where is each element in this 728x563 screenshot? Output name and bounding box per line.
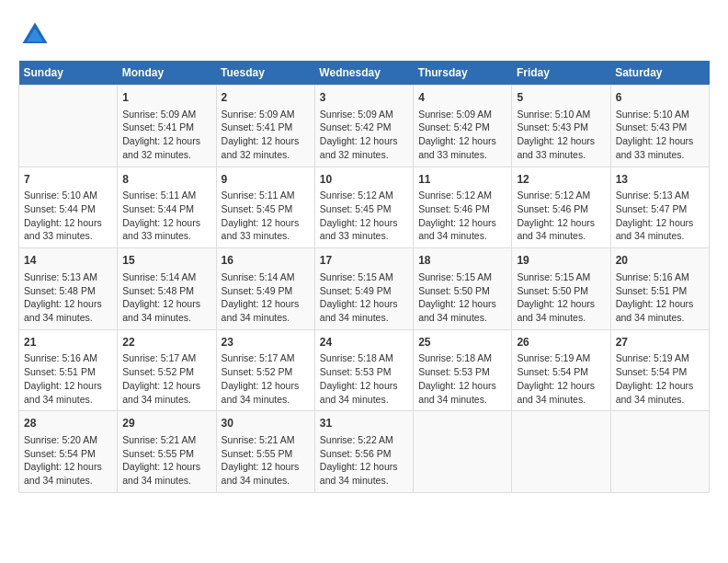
calendar-cell	[512, 411, 610, 493]
day-info: Sunrise: 5:21 AM Sunset: 5:55 PM Dayligh…	[122, 433, 210, 488]
day-info: Sunrise: 5:12 AM Sunset: 5:46 PM Dayligh…	[517, 189, 605, 243]
day-number: 8	[122, 172, 210, 188]
calendar-cell	[19, 86, 118, 167]
day-info: Sunrise: 5:14 AM Sunset: 5:49 PM Dayligh…	[222, 270, 310, 325]
calendar-cell: 11Sunrise: 5:12 AM Sunset: 5:46 PM Dayli…	[414, 167, 512, 248]
day-number: 2	[222, 90, 310, 106]
calendar-cell: 30Sunrise: 5:21 AM Sunset: 5:55 PM Dayli…	[216, 411, 314, 493]
calendar-cell: 25Sunrise: 5:18 AM Sunset: 5:53 PM Dayli…	[414, 329, 512, 411]
day-number: 16	[222, 253, 310, 269]
day-number: 23	[222, 335, 310, 350]
day-number: 12	[517, 172, 605, 188]
day-info: Sunrise: 5:11 AM Sunset: 5:45 PM Dayligh…	[222, 189, 310, 243]
day-info: Sunrise: 5:19 AM Sunset: 5:54 PM Dayligh…	[517, 351, 605, 406]
day-info: Sunrise: 5:13 AM Sunset: 5:47 PM Dayligh…	[616, 189, 704, 243]
calendar-cell: 18Sunrise: 5:15 AM Sunset: 5:50 PM Dayli…	[414, 248, 512, 330]
calendar-cell: 28Sunrise: 5:20 AM Sunset: 5:54 PM Dayli…	[19, 411, 118, 493]
calendar-cell: 3Sunrise: 5:09 AM Sunset: 5:42 PM Daylig…	[314, 86, 413, 167]
calendar-cell: 1Sunrise: 5:09 AM Sunset: 5:41 PM Daylig…	[118, 86, 216, 167]
day-number: 18	[418, 253, 506, 269]
calendar-week-0: 1Sunrise: 5:09 AM Sunset: 5:41 PM Daylig…	[19, 86, 710, 167]
day-info: Sunrise: 5:22 AM Sunset: 5:56 PM Dayligh…	[320, 433, 408, 488]
day-number: 6	[616, 90, 704, 106]
day-info: Sunrise: 5:16 AM Sunset: 5:51 PM Dayligh…	[616, 270, 704, 325]
day-number: 25	[418, 335, 506, 350]
calendar-cell: 7Sunrise: 5:10 AM Sunset: 5:44 PM Daylig…	[19, 167, 118, 248]
calendar-cell: 4Sunrise: 5:09 AM Sunset: 5:42 PM Daylig…	[414, 86, 512, 167]
day-info: Sunrise: 5:18 AM Sunset: 5:53 PM Dayligh…	[320, 351, 408, 406]
logo	[18, 18, 55, 52]
day-info: Sunrise: 5:17 AM Sunset: 5:52 PM Dayligh…	[122, 351, 210, 406]
day-info: Sunrise: 5:10 AM Sunset: 5:43 PM Dayligh…	[616, 108, 704, 162]
calendar-cell: 15Sunrise: 5:14 AM Sunset: 5:48 PM Dayli…	[118, 248, 216, 330]
day-number: 10	[320, 172, 408, 188]
day-info: Sunrise: 5:13 AM Sunset: 5:48 PM Dayligh…	[24, 270, 112, 325]
calendar-cell: 19Sunrise: 5:15 AM Sunset: 5:50 PM Dayli…	[512, 248, 610, 330]
header-tuesday: Tuesday	[216, 61, 314, 86]
day-info: Sunrise: 5:15 AM Sunset: 5:49 PM Dayligh…	[320, 270, 408, 325]
day-number: 15	[122, 253, 210, 269]
day-info: Sunrise: 5:09 AM Sunset: 5:42 PM Dayligh…	[320, 108, 408, 162]
day-info: Sunrise: 5:20 AM Sunset: 5:54 PM Dayligh…	[24, 433, 112, 488]
day-number: 1	[122, 90, 210, 106]
day-number: 27	[616, 335, 704, 350]
calendar-cell: 20Sunrise: 5:16 AM Sunset: 5:51 PM Dayli…	[610, 248, 709, 330]
calendar-table: SundayMondayTuesdayWednesdayThursdayFrid…	[18, 61, 710, 493]
calendar-week-2: 14Sunrise: 5:13 AM Sunset: 5:48 PM Dayli…	[19, 248, 710, 330]
day-info: Sunrise: 5:10 AM Sunset: 5:43 PM Dayligh…	[517, 108, 605, 162]
day-number: 28	[24, 416, 112, 431]
calendar-cell: 12Sunrise: 5:12 AM Sunset: 5:46 PM Dayli…	[512, 167, 610, 248]
calendar-cell: 6Sunrise: 5:10 AM Sunset: 5:43 PM Daylig…	[610, 86, 709, 167]
day-info: Sunrise: 5:14 AM Sunset: 5:48 PM Dayligh…	[122, 270, 210, 325]
calendar-week-3: 21Sunrise: 5:16 AM Sunset: 5:51 PM Dayli…	[19, 329, 710, 411]
day-info: Sunrise: 5:15 AM Sunset: 5:50 PM Dayligh…	[418, 270, 506, 325]
calendar-cell: 23Sunrise: 5:17 AM Sunset: 5:52 PM Dayli…	[216, 329, 314, 411]
calendar-cell: 13Sunrise: 5:13 AM Sunset: 5:47 PM Dayli…	[610, 167, 709, 248]
header-thursday: Thursday	[414, 61, 512, 86]
header-saturday: Saturday	[610, 61, 709, 86]
day-info: Sunrise: 5:17 AM Sunset: 5:52 PM Dayligh…	[222, 351, 310, 406]
calendar-header-row: SundayMondayTuesdayWednesdayThursdayFrid…	[19, 61, 710, 86]
day-info: Sunrise: 5:12 AM Sunset: 5:45 PM Dayligh…	[320, 189, 408, 243]
day-number: 17	[320, 253, 408, 269]
calendar-cell: 5Sunrise: 5:10 AM Sunset: 5:43 PM Daylig…	[512, 86, 610, 167]
calendar-cell: 16Sunrise: 5:14 AM Sunset: 5:49 PM Dayli…	[216, 248, 314, 330]
day-number: 22	[122, 335, 210, 350]
page-header	[18, 18, 710, 52]
day-number: 24	[320, 335, 408, 350]
calendar-cell: 24Sunrise: 5:18 AM Sunset: 5:53 PM Dayli…	[314, 329, 413, 411]
calendar-cell	[414, 411, 512, 493]
day-info: Sunrise: 5:09 AM Sunset: 5:41 PM Dayligh…	[222, 108, 310, 162]
day-number: 4	[418, 90, 506, 106]
day-number: 31	[320, 416, 408, 431]
day-number: 20	[616, 253, 704, 269]
calendar-cell: 31Sunrise: 5:22 AM Sunset: 5:56 PM Dayli…	[314, 411, 413, 493]
calendar-cell: 14Sunrise: 5:13 AM Sunset: 5:48 PM Dayli…	[19, 248, 118, 330]
day-number: 7	[24, 172, 112, 188]
day-info: Sunrise: 5:16 AM Sunset: 5:51 PM Dayligh…	[24, 351, 112, 406]
logo-icon	[18, 18, 51, 52]
day-number: 9	[222, 172, 310, 188]
calendar-cell: 10Sunrise: 5:12 AM Sunset: 5:45 PM Dayli…	[314, 167, 413, 248]
day-number: 21	[24, 335, 112, 350]
calendar-cell: 26Sunrise: 5:19 AM Sunset: 5:54 PM Dayli…	[512, 329, 610, 411]
calendar-week-1: 7Sunrise: 5:10 AM Sunset: 5:44 PM Daylig…	[19, 167, 710, 248]
calendar-cell	[610, 411, 709, 493]
header-wednesday: Wednesday	[314, 61, 413, 86]
calendar-cell: 22Sunrise: 5:17 AM Sunset: 5:52 PM Dayli…	[118, 329, 216, 411]
calendar-cell: 9Sunrise: 5:11 AM Sunset: 5:45 PM Daylig…	[216, 167, 314, 248]
day-number: 11	[418, 172, 506, 188]
calendar-week-4: 28Sunrise: 5:20 AM Sunset: 5:54 PM Dayli…	[19, 411, 710, 493]
day-number: 19	[517, 253, 605, 269]
day-info: Sunrise: 5:10 AM Sunset: 5:44 PM Dayligh…	[24, 189, 112, 243]
day-number: 14	[24, 253, 112, 269]
calendar-cell: 29Sunrise: 5:21 AM Sunset: 5:55 PM Dayli…	[118, 411, 216, 493]
calendar-cell: 8Sunrise: 5:11 AM Sunset: 5:44 PM Daylig…	[118, 167, 216, 248]
day-info: Sunrise: 5:21 AM Sunset: 5:55 PM Dayligh…	[222, 433, 310, 488]
calendar-cell: 21Sunrise: 5:16 AM Sunset: 5:51 PM Dayli…	[19, 329, 118, 411]
day-info: Sunrise: 5:12 AM Sunset: 5:46 PM Dayligh…	[418, 189, 506, 243]
day-info: Sunrise: 5:09 AM Sunset: 5:42 PM Dayligh…	[418, 108, 506, 162]
header-sunday: Sunday	[19, 61, 118, 86]
day-info: Sunrise: 5:09 AM Sunset: 5:41 PM Dayligh…	[122, 108, 210, 162]
header-friday: Friday	[512, 61, 610, 86]
